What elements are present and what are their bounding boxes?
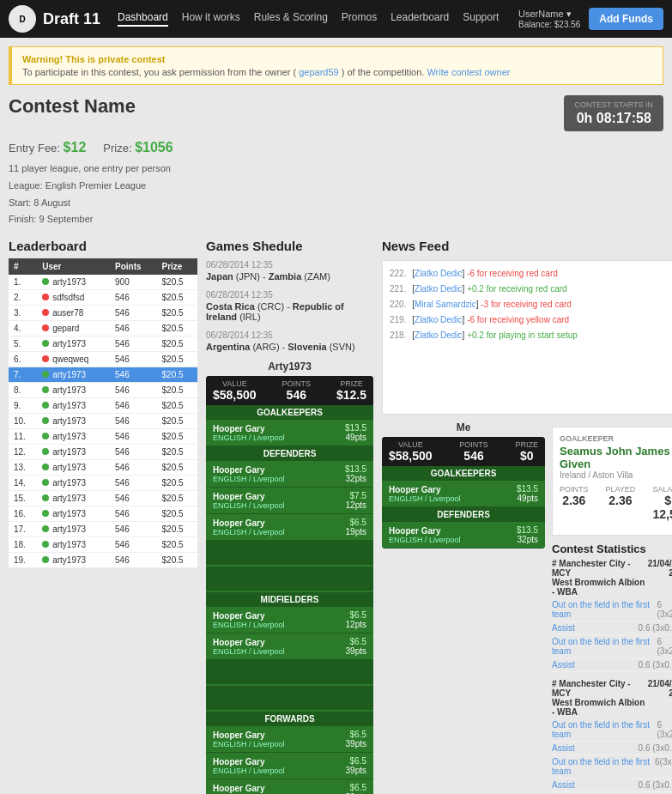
stat-name[interactable]: Out on the field in the first team bbox=[552, 637, 657, 656]
user-cell[interactable]: arty1973 bbox=[37, 445, 110, 460]
warning-owner-link[interactable]: gepard59 bbox=[299, 67, 339, 77]
brand-name: Draft 11 bbox=[43, 10, 100, 28]
match-header: # Manchester City - MCY West Bromwich Al… bbox=[552, 679, 672, 717]
table-row[interactable]: 18. arty1973 546 $20.5 bbox=[9, 537, 197, 553]
roster-player[interactable]: Hooper Gary ENGLISH / Liverpool $6.5 39p… bbox=[206, 753, 373, 779]
player-pts: $7.5 12pts bbox=[346, 491, 366, 510]
user-cell[interactable]: arty1973 bbox=[37, 553, 110, 568]
table-row[interactable]: 13. arty1973 546 $20.5 bbox=[9, 460, 197, 476]
roster-player[interactable]: Hooper Gary ENGLISH / Liverpool $6.5 39p… bbox=[206, 633, 373, 660]
news-player-link[interactable]: Zlatko Dedic bbox=[415, 269, 463, 278]
user-cell[interactable]: arty1973 bbox=[37, 398, 110, 414]
prize-cell: $20.5 bbox=[157, 414, 197, 429]
news-num: 220. bbox=[390, 300, 406, 309]
news-item: 222. [Zlatko Dedic] -6 for receiving red… bbox=[390, 268, 672, 280]
user-cell[interactable]: qweqweq bbox=[37, 352, 110, 367]
points-cell: 546 bbox=[110, 306, 157, 321]
info-start: Start: 8 August bbox=[9, 195, 663, 212]
player-name: Hooper Gary bbox=[213, 518, 285, 528]
stat-name[interactable]: Assist bbox=[552, 660, 575, 670]
news-player-link[interactable]: Miral Samardzic bbox=[415, 300, 476, 309]
table-row[interactable]: 16. arty1973 546 $20.5 bbox=[9, 506, 197, 522]
table-row[interactable]: 1. arty1973 900 $20.5 bbox=[9, 275, 197, 290]
roster-player[interactable]: Hooper Gary ENGLISH / Liverpool $13.5 49… bbox=[206, 420, 373, 446]
nav-how-it-works[interactable]: How it works bbox=[182, 11, 240, 27]
stat-name[interactable]: Out on the field in the first team bbox=[552, 720, 657, 739]
table-row[interactable]: 15. arty1973 546 $20.5 bbox=[9, 491, 197, 506]
logo[interactable]: D Draft 11 bbox=[9, 5, 100, 33]
roster-section-title: DEFENDERS bbox=[206, 446, 373, 461]
stat-name[interactable]: Assist bbox=[552, 780, 575, 790]
leaderboard-title: Leaderboard bbox=[9, 239, 197, 253]
match-header: # Manchester City - MCY West Bromwich Al… bbox=[552, 559, 672, 597]
table-row[interactable]: 3. auser78 546 $20.5 bbox=[9, 306, 197, 321]
arty-points-stat: POINTS 546 bbox=[282, 379, 312, 402]
user-cell[interactable]: arty1973 bbox=[37, 414, 110, 429]
table-row[interactable]: 12. arty1973 546 $20.5 bbox=[9, 445, 197, 460]
news-player-link[interactable]: Zlatko Dedic bbox=[415, 330, 463, 340]
user-cell[interactable]: arty1973 bbox=[37, 460, 110, 476]
roster-player[interactable]: Hooper Gary ENGLISH / Liverpool $6.5 39p… bbox=[206, 726, 373, 753]
table-row[interactable]: 5. arty1973 546 $20.5 bbox=[9, 336, 197, 352]
roster-player[interactable]: Hooper Gary ENGLISH / Liverpool $6.5 12p… bbox=[206, 607, 373, 633]
news-player-link[interactable]: Zlatko Dedic bbox=[415, 315, 463, 324]
user-cell[interactable]: arty1973 bbox=[37, 367, 110, 383]
table-row[interactable]: 9. arty1973 546 $20.5 bbox=[9, 398, 197, 414]
roster-player[interactable]: Hooper Gary ENGLISH / Liverpool $13.5 32… bbox=[206, 461, 373, 488]
nav-dashboard[interactable]: Dashboard bbox=[118, 11, 168, 27]
warning-banner: Warning! This is private contest To part… bbox=[9, 46, 663, 85]
table-row[interactable]: 6. qweqweq 546 $20.5 bbox=[9, 352, 197, 367]
stat-name[interactable]: Out on the field in the first team bbox=[552, 757, 655, 776]
stat-name[interactable]: Assist bbox=[552, 623, 575, 633]
user-cell[interactable]: sdfsdfsd bbox=[37, 290, 110, 306]
table-row[interactable]: 17. arty1973 546 $20.5 bbox=[9, 522, 197, 537]
username[interactable]: UserName ▾ bbox=[518, 9, 580, 20]
user-cell[interactable]: arty1973 bbox=[37, 429, 110, 445]
stat-name[interactable]: Out on the field in the first team bbox=[552, 600, 657, 619]
user-cell[interactable]: arty1973 bbox=[37, 537, 110, 553]
roster-player[interactable]: Hooper Gary ENGLISH / Liverpool $6.5 19p… bbox=[206, 514, 373, 541]
user-cell[interactable]: arty1973 bbox=[37, 522, 110, 537]
prize-cell: $20.5 bbox=[157, 460, 197, 476]
nav-promos[interactable]: Promos bbox=[342, 11, 377, 27]
table-row[interactable]: 11. arty1973 546 $20.5 bbox=[9, 429, 197, 445]
points-cell: 546 bbox=[110, 476, 157, 491]
rank-cell: 12. bbox=[9, 445, 37, 460]
user-cell[interactable]: arty1973 bbox=[37, 491, 110, 506]
nav-rules-scoring[interactable]: Rules & Scoring bbox=[254, 11, 328, 27]
user-cell[interactable]: gepard bbox=[37, 321, 110, 336]
add-funds-button[interactable]: Add Funds bbox=[589, 8, 663, 30]
rank-cell: 1. bbox=[9, 275, 37, 290]
nav-support[interactable]: Support bbox=[463, 11, 499, 27]
game-item: 06/28/2014 12:35 Japan (JPN) - Zambia (Z… bbox=[206, 260, 373, 282]
user-cell[interactable]: auser78 bbox=[37, 306, 110, 321]
table-row[interactable]: 7. arty1973 546 $20.5 bbox=[9, 367, 197, 383]
news-feed[interactable]: 222. [Zlatko Dedic] -6 for receiving red… bbox=[382, 260, 672, 415]
user-cell[interactable]: arty1973 bbox=[37, 336, 110, 352]
pcs-points: POINTS 2.36 bbox=[560, 485, 589, 521]
roster-player[interactable]: Hooper Gary ENGLISH / Liverpool $7.5 12p… bbox=[206, 488, 373, 514]
table-row[interactable]: 8. arty1973 546 $20.5 bbox=[9, 383, 197, 398]
news-player-link[interactable]: Zlatko Dedic bbox=[415, 284, 463, 294]
points-cell: 546 bbox=[110, 491, 157, 506]
table-row[interactable]: 10. arty1973 546 $20.5 bbox=[9, 414, 197, 429]
me-roster-header: VALUE $58,500 POINTS 546 PRIZE $0 bbox=[382, 437, 545, 466]
stat-name[interactable]: Assist bbox=[552, 743, 575, 753]
table-row[interactable]: 4. gepard 546 $20.5 bbox=[9, 321, 197, 336]
warning-write-link[interactable]: Write contest owner bbox=[427, 67, 510, 77]
roster-player[interactable]: Hooper Gary ENGLISH / Liverpool $6.5 39p… bbox=[206, 779, 373, 794]
rank-cell: 2. bbox=[9, 290, 37, 306]
user-cell[interactable]: arty1973 bbox=[37, 506, 110, 522]
user-cell[interactable]: arty1973 bbox=[37, 476, 110, 491]
nav-leaderboard[interactable]: Leaderboard bbox=[390, 11, 449, 27]
timer-h: 0h bbox=[577, 111, 593, 125]
points-cell: 546 bbox=[110, 445, 157, 460]
player-price: $6.5 bbox=[346, 637, 366, 646]
rank-cell: 8. bbox=[9, 383, 37, 398]
user-cell[interactable]: arty1973 bbox=[37, 275, 110, 290]
user-cell[interactable]: arty1973 bbox=[37, 383, 110, 398]
arty-roster: VALUE $58,500 POINTS 546 PRIZE $12.5 GOA… bbox=[206, 376, 373, 794]
table-row[interactable]: 19. arty1973 546 $20.5 bbox=[9, 553, 197, 568]
table-row[interactable]: 14. arty1973 546 $20.5 bbox=[9, 476, 197, 491]
table-row[interactable]: 2. sdfsdfsd 546 $20.5 bbox=[9, 290, 197, 306]
